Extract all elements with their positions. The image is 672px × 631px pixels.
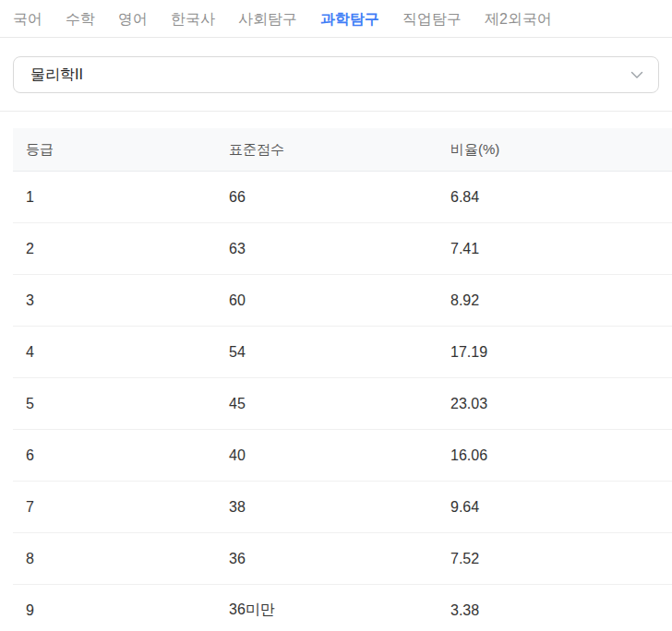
subject-select-value: 물리학II — [30, 65, 83, 85]
cell-grade: 2 — [13, 241, 216, 257]
tab-vocational[interactable]: 직업탐구 — [402, 0, 462, 38]
cell-standard-score: 36미만 — [216, 601, 438, 620]
cell-grade: 1 — [13, 189, 216, 206]
cell-grade: 4 — [13, 344, 216, 361]
tab-social-studies[interactable]: 사회탐구 — [238, 0, 297, 38]
cell-standard-score: 60 — [216, 292, 438, 309]
column-header-standard-score: 표준점수 — [216, 141, 438, 159]
subject-tab-bar: 국어 수학 영어 한국사 사회탐구 과학탐구 직업탐구 제2외국어 — [0, 0, 672, 38]
tab-second-foreign-language[interactable]: 제2외국어 — [485, 0, 552, 38]
cell-grade: 3 — [13, 292, 216, 309]
cell-standard-score: 38 — [216, 499, 438, 516]
table-row: 5 45 23.03 — [13, 378, 672, 430]
chevron-down-icon — [630, 68, 643, 81]
table-row: 1 66 6.84 — [13, 172, 672, 223]
table-row: 9 36미만 3.38 — [13, 585, 672, 631]
cell-grade: 6 — [13, 447, 216, 464]
table-row: 6 40 16.06 — [13, 430, 672, 482]
cell-ratio: 17.19 — [438, 344, 672, 361]
table-row: 2 63 7.41 — [13, 223, 672, 275]
tab-korean-history[interactable]: 한국사 — [171, 0, 215, 38]
cell-standard-score: 36 — [216, 551, 438, 567]
tab-english[interactable]: 영어 — [118, 0, 148, 38]
cell-standard-score: 54 — [216, 344, 438, 361]
cell-grade: 9 — [13, 602, 216, 619]
table-header-row: 등급 표준점수 비율(%) — [13, 128, 672, 172]
table-row: 8 36 7.52 — [13, 533, 672, 585]
grade-table: 등급 표준점수 비율(%) 1 66 6.84 2 63 7.41 3 60 8… — [13, 128, 672, 631]
cell-ratio: 6.84 — [438, 189, 672, 206]
cell-standard-score: 45 — [216, 396, 438, 412]
cell-ratio: 7.52 — [438, 551, 672, 567]
tab-science[interactable]: 과학탐구 — [320, 0, 379, 38]
cell-standard-score: 40 — [216, 447, 438, 464]
cell-grade: 8 — [13, 551, 216, 567]
subject-select[interactable]: 물리학II — [13, 56, 659, 93]
column-header-ratio: 비율(%) — [438, 141, 672, 159]
cell-ratio: 3.38 — [438, 602, 672, 619]
cell-ratio: 16.06 — [438, 447, 672, 464]
cell-ratio: 9.64 — [438, 499, 672, 516]
cell-standard-score: 63 — [216, 241, 438, 257]
cell-ratio: 23.03 — [438, 396, 672, 412]
cell-ratio: 8.92 — [438, 292, 672, 309]
tab-math[interactable]: 수학 — [66, 0, 95, 38]
table-row: 7 38 9.64 — [13, 482, 672, 533]
table-row: 3 60 8.92 — [13, 275, 672, 327]
column-header-grade: 등급 — [13, 141, 216, 159]
cell-grade: 7 — [13, 499, 216, 516]
tab-korean[interactable]: 국어 — [13, 0, 42, 38]
cell-standard-score: 66 — [216, 189, 438, 206]
section-divider — [0, 111, 672, 112]
cell-ratio: 7.41 — [438, 241, 672, 257]
table-row: 4 54 17.19 — [13, 327, 672, 378]
cell-grade: 5 — [13, 396, 216, 412]
